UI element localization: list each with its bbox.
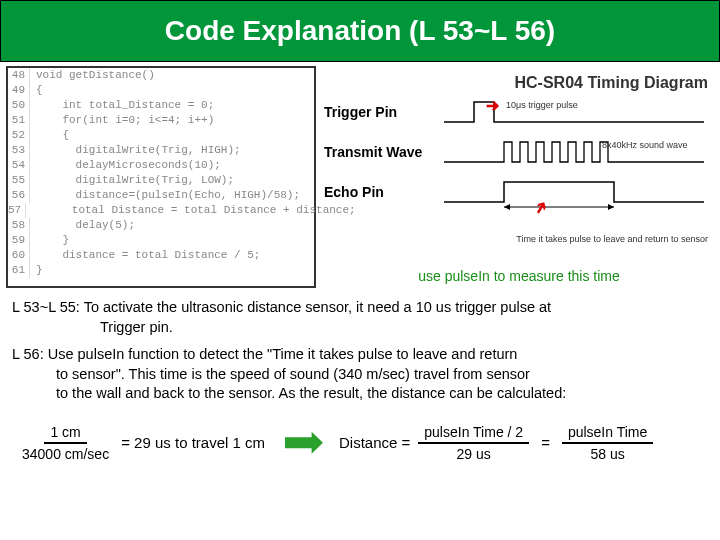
denominator: 58 us	[590, 444, 624, 462]
line-code: void getDistance()	[30, 68, 155, 83]
line-code: }	[30, 263, 43, 278]
line-num: 55	[8, 173, 30, 188]
line-num: 49	[8, 83, 30, 98]
line-num: 60	[8, 248, 30, 263]
line-num: 51	[8, 113, 30, 128]
line-num: 57	[8, 203, 26, 218]
line-num: 54	[8, 158, 30, 173]
text: L 53~L 55: To activate the ultrasonic di…	[12, 299, 551, 315]
trigger-waveform	[434, 92, 714, 132]
code-listing: 48void getDistance() 49{ 50 int total_Di…	[6, 66, 316, 288]
numerator: 1 cm	[44, 424, 86, 444]
line-code: delay(5);	[30, 218, 135, 233]
transmit-note: 8x40kHz sound wave	[602, 140, 688, 150]
denominator: 34000 cm/sec	[22, 444, 109, 462]
text: L 56: Use pulseIn function to detect the…	[12, 346, 517, 362]
transmit-waveform	[434, 132, 714, 172]
line-code: delayMicroseconds(10);	[30, 158, 221, 173]
equals-text: = 29 us to travel 1 cm	[117, 434, 269, 451]
explanation-text: L 53~L 55: To activate the ultrasonic di…	[0, 290, 720, 420]
echo-row: Echo Pin ➔	[324, 172, 714, 212]
equals-sign: =	[537, 434, 554, 451]
line-num: 50	[8, 98, 30, 113]
slide-header: Code Explanation (L 53~L 56)	[0, 0, 720, 62]
trigger-note: 10μs trigger pulse	[506, 100, 578, 110]
slide-title: Code Explanation (L 53~L 56)	[165, 15, 555, 47]
echo-note: Time it takes pulse to leave and return …	[516, 234, 708, 244]
line-code: int total_Distance = 0;	[30, 98, 214, 113]
line-code: distance = total Distance / 5;	[30, 248, 260, 263]
content-row: 48void getDistance() 49{ 50 int total_Di…	[0, 62, 720, 290]
line-num: 59	[8, 233, 30, 248]
formula-row: 1 cm 34000 cm/sec = 29 us to travel 1 cm…	[0, 420, 720, 462]
transmit-label: Transmit Wave	[324, 144, 434, 160]
line-code: {	[30, 128, 69, 143]
line-code: total Distance = total Distance + distan…	[26, 203, 355, 218]
explain-p1: L 53~L 55: To activate the ultrasonic di…	[12, 298, 708, 337]
line-code: }	[30, 233, 69, 248]
trigger-label: Trigger Pin	[324, 104, 434, 120]
line-num: 53	[8, 143, 30, 158]
fraction-2: pulseIn Time / 2 29 us	[418, 424, 529, 462]
numerator: pulseIn Time	[562, 424, 653, 444]
text: Trigger pin.	[12, 318, 708, 338]
diagram-caption: use pulseIn to measure this time	[324, 268, 714, 284]
timing-diagram: HC-SR04 Timing Diagram Trigger Pin ➔ 10μ…	[324, 66, 714, 288]
line-num: 61	[8, 263, 30, 278]
echo-label: Echo Pin	[324, 184, 434, 200]
line-code: distance=(pulseIn(Echo, HIGH)/58);	[30, 188, 300, 203]
line-num: 48	[8, 68, 30, 83]
echo-waveform	[434, 172, 714, 212]
distance-label: Distance =	[339, 434, 410, 451]
numerator: pulseIn Time / 2	[418, 424, 529, 444]
fraction-3: pulseIn Time 58 us	[562, 424, 653, 462]
line-num: 58	[8, 218, 30, 233]
arrow-right-icon	[285, 432, 323, 454]
denominator: 29 us	[457, 444, 491, 462]
line-code: digitalWrite(Trig, LOW);	[30, 173, 234, 188]
fraction-1: 1 cm 34000 cm/sec	[22, 424, 109, 462]
explain-p2: L 56: Use pulseIn function to detect the…	[12, 345, 708, 404]
line-code: {	[30, 83, 43, 98]
line-code: for(int i=0; i<=4; i++)	[30, 113, 214, 128]
line-code: digitalWrite(Trig, HIGH);	[30, 143, 241, 158]
line-num: 52	[8, 128, 30, 143]
line-num: 56	[8, 188, 30, 203]
text: to the wall and back to the sensor. As t…	[12, 384, 708, 404]
diagram-title: HC-SR04 Timing Diagram	[324, 66, 714, 92]
transmit-row: Transmit Wave 8x40kHz sound wave	[324, 132, 714, 172]
trigger-row: Trigger Pin ➔ 10μs trigger pulse	[324, 92, 714, 132]
text: to sensor". This time is the speed of so…	[12, 365, 708, 385]
arrow-icon: ➔	[486, 96, 499, 115]
